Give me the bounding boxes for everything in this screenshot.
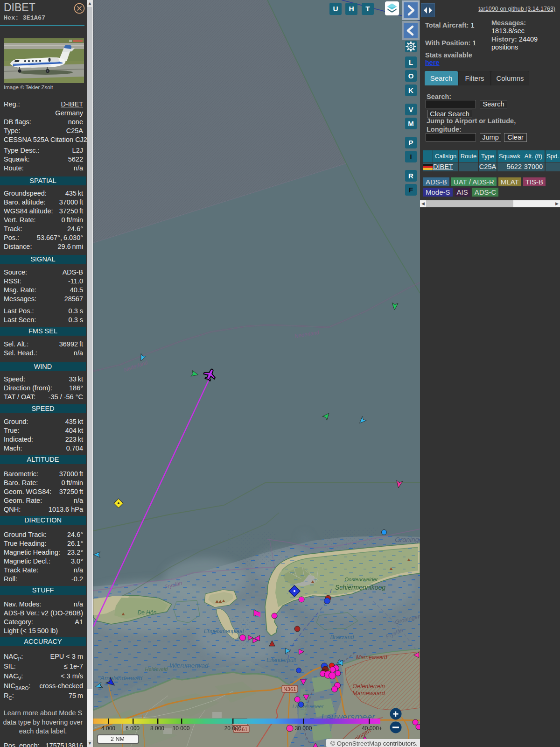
svg-text:Oefenterrein: Oefenterrein [352,683,385,690]
svg-text:Amelanderwad: Amelanderwad [100,675,143,682]
svg-text:Heideveld: Heideveld [145,666,168,672]
svg-text:6 000: 6 000 [126,725,140,732]
svg-text:10 000: 10 000 [173,725,190,732]
svg-text:Oosterkwelder: Oosterkwelder [345,577,378,582]
svg-text:Wierumerwad: Wierumerwad [169,662,209,669]
svg-text:30 000: 30 000 [295,725,312,732]
svg-text:Eilanderbult: Eilanderbult [266,657,296,663]
svg-text:40 000+: 40 000+ [362,725,382,732]
svg-text:Engelsmanplaat: Engelsmanplaat [204,628,245,634]
svg-text:Lauwersmeer: Lauwersmeer [293,704,324,709]
svg-text:8 000: 8 000 [150,725,164,732]
svg-text:Groningen: Groningen [395,536,420,543]
svg-text:Marnewaard: Marnewaard [356,654,387,661]
svg-text:20 000: 20 000 [224,725,242,732]
svg-text:Brakzand: Brakzand [330,634,354,641]
svg-text:Marnewaard: Marnewaard [352,690,385,697]
svg-text:N361: N361 [283,686,296,692]
svg-text:Schiermonnikoog: Schiermonnikoog [335,584,385,591]
svg-text:+: + [393,708,399,720]
svg-text:© OpenStreetMap contributors.: © OpenStreetMap contributors. [330,740,418,747]
svg-text:4 000: 4 000 [101,725,115,732]
svg-text:De Hôn: De Hôn [138,609,157,616]
svg-text:2 NM: 2 NM [111,736,125,742]
